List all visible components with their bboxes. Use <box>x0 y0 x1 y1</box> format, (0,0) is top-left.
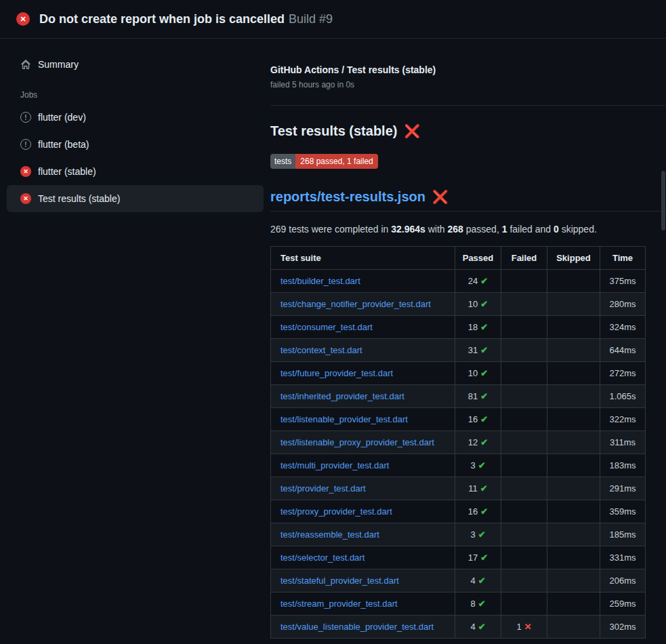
table-header-row: Test suite Passed Failed Skipped Time <box>271 247 646 270</box>
test-suite-link[interactable]: test/provider_test.dart <box>280 483 366 494</box>
failed-cell: ✕ <box>501 385 547 408</box>
test-suite-link[interactable]: test/builder_test.dart <box>280 276 360 286</box>
skipped-cell <box>547 616 600 639</box>
failed-cell: ✕ <box>501 431 547 454</box>
check-icon: ✔ <box>480 506 488 517</box>
sidebar-job-label: flutter (beta) <box>38 139 89 150</box>
check-icon: ✔ <box>478 529 486 540</box>
sidebar-job-label: flutter (dev) <box>38 112 86 123</box>
failed-cell: ✕ <box>501 362 547 385</box>
skipped-cell <box>547 385 600 408</box>
test-suite-link[interactable]: test/future_provider_test.dart <box>280 368 393 378</box>
test-suite-link[interactable]: test/inherited_provider_test.dart <box>280 391 404 401</box>
table-row: test/stream_provider_test.dart 8✔ ✕ 259m… <box>271 592 646 616</box>
skipped-cell <box>547 477 600 500</box>
test-suite-link[interactable]: test/listenable_provider_test.dart <box>280 414 408 424</box>
badge-value: 268 passed, 1 failed <box>295 154 377 169</box>
failed-cell: ✕ <box>501 500 547 523</box>
check-icon: ✔ <box>480 437 488 447</box>
summary-text-part: 268 <box>448 224 463 235</box>
failed-cell: ✕ <box>501 408 547 431</box>
table-row: test/multi_provider_test.dart 3✔ ✕ 183ms <box>271 454 646 477</box>
check-icon: ✔ <box>480 322 488 332</box>
run-title: Do not create report when job is cancell… <box>39 12 285 26</box>
test-suite-link[interactable]: test/multi_provider_test.dart <box>280 460 389 470</box>
test-suite-link[interactable]: test/stateful_provider_test.dart <box>280 576 399 586</box>
sidebar-job-item[interactable]: ! flutter (dev) <box>7 104 264 131</box>
skipped-cell <box>547 569 600 592</box>
time-cell: 302ms <box>600 616 646 639</box>
time-cell: 280ms <box>600 293 646 316</box>
jobs-list: ! flutter (dev) ! flutter (beta) ✕ flutt… <box>7 104 264 212</box>
test-suite-link[interactable]: test/context_test.dart <box>280 345 362 355</box>
passed-cell: 8✔ <box>455 592 501 616</box>
sidebar: Summary Jobs ! flutter (dev) ! flutter (… <box>0 39 270 212</box>
time-cell: 311ms <box>600 431 646 454</box>
summary-text-part: passed, <box>463 224 502 235</box>
check-icon: ✔ <box>480 391 488 401</box>
red-x-icon: ✕ <box>524 622 532 632</box>
col-header-failed: Failed <box>501 247 547 270</box>
skipped-cell <box>547 454 600 477</box>
check-icon: ✔ <box>480 299 488 309</box>
passed-cell: 10✔ <box>455 362 501 385</box>
check-icon: ✔ <box>480 368 488 378</box>
time-cell: 359ms <box>600 500 646 523</box>
sidebar-job-item[interactable]: ✕ Test results (stable) <box>7 185 264 212</box>
neutral-exclamation-circle-icon: ! <box>20 139 31 150</box>
table-row: test/builder_test.dart 24✔ ✕ 375ms <box>271 270 646 293</box>
run-status-line: failed 5 hours ago in 0s <box>270 80 645 89</box>
summary-text-part: with <box>425 224 448 235</box>
time-cell: 272ms <box>600 362 646 385</box>
test-suite-link[interactable]: test/stream_provider_test.dart <box>280 599 398 609</box>
passed-cell: 81✔ <box>455 385 501 408</box>
build-number: Build #9 <box>289 12 333 26</box>
report-file-link[interactable]: reports/test-results.json <box>270 189 425 205</box>
time-cell: 322ms <box>600 408 646 431</box>
check-icon: ✔ <box>480 345 488 355</box>
time-cell: 375ms <box>600 270 646 293</box>
red-x-icon: ❌ <box>432 190 449 203</box>
passed-cell: 3✔ <box>455 454 501 477</box>
failed-cell: ✕ <box>501 569 547 592</box>
summary-text-part: 0 <box>554 224 559 235</box>
skipped-cell <box>547 362 600 385</box>
failed-cell: ✕ <box>501 454 547 477</box>
time-cell: 291ms <box>600 477 646 500</box>
table-row: test/selector_test.dart 17✔ ✕ 331ms <box>271 546 646 569</box>
check-icon: ✔ <box>478 622 486 632</box>
time-cell: 324ms <box>600 316 646 339</box>
time-cell: 183ms <box>600 454 646 477</box>
col-header-time: Time <box>600 247 646 270</box>
test-suite-link[interactable]: test/listenable_proxy_provider_test.dart <box>280 437 434 447</box>
sidebar-job-item[interactable]: ✕ flutter (stable) <box>7 158 264 185</box>
failed-cell: ✕ <box>501 523 547 546</box>
test-suite-link[interactable]: test/reassemble_test.dart <box>280 529 379 540</box>
skipped-cell <box>547 592 600 616</box>
test-suite-link[interactable]: test/consumer_test.dart <box>280 322 373 332</box>
main-content: GitHub Actions / Test results (stable) f… <box>270 39 666 639</box>
passed-cell: 17✔ <box>455 546 501 569</box>
time-cell: 206ms <box>600 569 646 592</box>
table-row: test/future_provider_test.dart 10✔ ✕ 272… <box>271 362 646 385</box>
failed-cell: ✕ <box>501 270 547 293</box>
passed-cell: 3✔ <box>455 523 501 546</box>
sidebar-item-summary[interactable]: Summary <box>7 51 264 78</box>
tests-badge: tests 268 passed, 1 failed <box>270 154 378 169</box>
test-suite-link[interactable]: test/proxy_provider_test.dart <box>280 506 392 517</box>
test-suite-link[interactable]: test/change_notifier_provider_test.dart <box>280 299 431 309</box>
passed-cell: 18✔ <box>455 316 501 339</box>
report-file-heading: reports/test-results.json ❌ <box>270 189 666 212</box>
test-suite-link[interactable]: test/selector_test.dart <box>280 552 365 563</box>
col-header-test-suite: Test suite <box>271 247 455 270</box>
red-x-icon: ❌ <box>404 125 420 138</box>
test-suite-link[interactable]: test/value_listenable_provider_test.dart <box>280 622 434 632</box>
failed-cell: ✕ <box>501 546 547 569</box>
table-row: test/consumer_test.dart 18✔ ✕ 324ms <box>271 316 646 339</box>
table-row: test/reassemble_test.dart 3✔ ✕ 185ms <box>271 523 646 546</box>
col-header-skipped: Skipped <box>547 247 600 270</box>
failed-cell: ✕ <box>501 316 547 339</box>
passed-cell: 31✔ <box>455 339 501 362</box>
sidebar-job-item[interactable]: ! flutter (beta) <box>7 131 264 158</box>
vertical-scrollbar-thumb[interactable] <box>661 171 665 230</box>
